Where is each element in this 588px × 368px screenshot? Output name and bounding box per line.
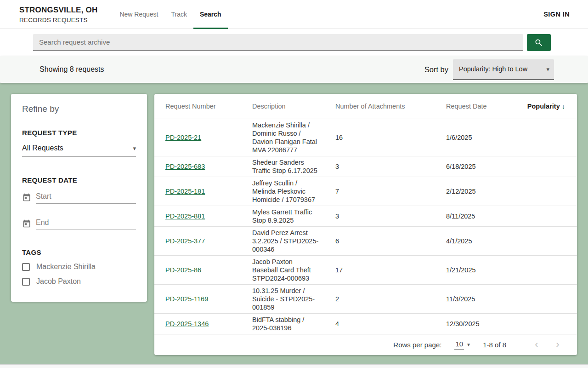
table-row: PD-2025-377 David Perez Arrest 3.2.2025 … — [154, 226, 577, 255]
request-date: 6/18/2025 — [446, 156, 522, 177]
primary-nav: New Request Track Search — [113, 0, 227, 29]
start-date-input[interactable] — [36, 191, 136, 204]
sort-desc-icon: ↓ — [562, 103, 565, 110]
table-row: PD-2025-881 Myles Garrett Traffic Stop 8… — [154, 206, 577, 226]
request-number-link[interactable]: PD-2025-1169 — [165, 295, 208, 303]
refine-title: Refine by — [22, 104, 136, 114]
attachment-count: 3 — [335, 206, 446, 226]
search-input[interactable] — [33, 34, 523, 51]
footer-strip — [0, 364, 588, 368]
request-number-link[interactable]: PD-2025-86 — [165, 266, 201, 274]
request-date: 1/21/2025 — [446, 255, 522, 284]
calendar-icon — [22, 193, 31, 202]
request-number-link[interactable]: PD-2025-181 — [165, 188, 205, 195]
request-description: Shedeur Sanders Traffic Stop 6.17.2025 — [252, 156, 335, 177]
column-header-description[interactable]: Description — [252, 94, 335, 119]
request-number-link[interactable]: PD-2025-683 — [165, 163, 205, 170]
request-date: 2/12/2025 — [446, 177, 522, 206]
attachment-count: 3 — [335, 156, 446, 177]
table-row: PD-2025-683 Shedeur Sanders Traffic Stop… — [154, 156, 577, 177]
request-date: 11/3/2025 — [446, 284, 522, 313]
table-header-row: Request Number Description Number of Att… — [154, 94, 577, 119]
request-number-link[interactable]: PD-2025-881 — [165, 213, 205, 220]
sort-by-group: Sort by Popularity: High to Low ▾ — [424, 59, 554, 80]
table-row: PD-2025-181 Jeffrey Scullin / Melinda Pl… — [154, 177, 577, 206]
site-brand: STRONGSVILLE, OH RECORDS REQUESTS — [19, 6, 97, 23]
chevron-down-icon: ▾ — [467, 341, 470, 348]
column-header-attachments[interactable]: Number of Attachments — [335, 94, 446, 119]
popularity-cell — [522, 206, 577, 226]
rows-per-page-value: 10 — [454, 340, 464, 350]
header: STRONGSVILLE, OH RECORDS REQUESTS New Re… — [0, 0, 588, 29]
checkbox-icon[interactable] — [22, 263, 30, 271]
tags-heading: TAGS — [22, 248, 136, 256]
results-summary-bar: Showing 8 requests Sort by Popularity: H… — [0, 56, 588, 83]
nav-item-search[interactable]: Search — [193, 0, 228, 29]
requests-table: Request Number Description Number of Att… — [154, 94, 577, 334]
request-type-value: All Requests — [22, 144, 63, 152]
pagination-range: 1-8 of 8 — [483, 341, 506, 349]
attachment-count: 4 — [335, 313, 446, 334]
rows-per-page-label: Rows per page: — [393, 341, 441, 349]
previous-page-button[interactable]: ‹ — [530, 338, 543, 351]
tag-checkbox-mackenzie-shirilla[interactable]: Mackenzie Shirilla — [22, 263, 136, 271]
popularity-cell — [522, 177, 577, 206]
tag-checkbox-jacob-paxton[interactable]: Jacob Paxton — [22, 277, 136, 286]
request-date: 12/30/2025 — [446, 313, 522, 334]
nav-item-track[interactable]: Track — [164, 0, 193, 29]
request-description: 10.31.25 Murder / Suicide - STPD2025-001… — [252, 284, 335, 313]
table-row: PD-2025-1346 BidFTA stabbing / 2025-0361… — [154, 313, 577, 334]
table-row: PD-2025-86 Jacob Paxton Baseball Card Th… — [154, 255, 577, 284]
attachment-count: 16 — [335, 119, 446, 156]
request-number-link[interactable]: PD-2025-21 — [165, 134, 201, 141]
request-description: Jeffrey Scullin / Melinda Pleskovic Homi… — [252, 177, 335, 206]
table-row: PD-2025-21 Mackenzie Shirilla / Dominic … — [154, 119, 577, 156]
popularity-cell — [522, 119, 577, 156]
refine-sidebar: Refine by REQUEST TYPE All Requests ▾ RE… — [11, 94, 147, 302]
sort-by-label: Sort by — [424, 65, 448, 74]
next-page-button[interactable]: › — [551, 338, 564, 351]
calendar-icon — [22, 219, 31, 228]
request-description: BidFTA stabbing / 2025-036196 — [252, 313, 335, 334]
request-description: David Perez Arrest 3.2.2025 / STPD2025-0… — [252, 226, 335, 255]
column-header-popularity[interactable]: Popularity↓ — [522, 94, 577, 119]
request-number-link[interactable]: PD-2025-377 — [165, 237, 205, 245]
site-title: STRONGSVILLE, OH — [19, 6, 97, 15]
checkbox-icon[interactable] — [22, 278, 30, 286]
results-card: Request Number Description Number of Att… — [154, 94, 577, 355]
request-date: 8/11/2025 — [446, 206, 522, 226]
request-type-select[interactable]: All Requests ▾ — [22, 144, 136, 157]
request-number-link[interactable]: PD-2025-1346 — [165, 320, 209, 328]
popularity-cell — [522, 284, 577, 313]
request-description: Mackenzie Shirilla / Dominic Russo / Dav… — [252, 119, 335, 156]
rows-per-page-select[interactable]: 10 ▾ — [454, 340, 470, 350]
attachment-count: 2 — [335, 284, 446, 313]
popularity-cell — [522, 255, 577, 284]
tag-label: Mackenzie Shirilla — [36, 263, 96, 271]
column-header-request-number[interactable]: Request Number — [154, 94, 252, 119]
search-bar-section — [0, 29, 588, 56]
chevron-down-icon: ▾ — [546, 66, 549, 73]
attachment-count: 6 — [335, 226, 446, 255]
tag-label: Jacob Paxton — [36, 277, 81, 286]
start-date-field — [22, 191, 136, 204]
popularity-cell — [522, 313, 577, 334]
request-date: 4/1/2025 — [446, 226, 522, 255]
pagination-bar: Rows per page: 10 ▾ 1-8 of 8 ‹ › — [154, 334, 577, 356]
request-description: Jacob Paxton Baseball Card Theft STPD202… — [252, 255, 335, 284]
attachment-count: 17 — [335, 255, 446, 284]
request-date-heading: REQUEST DATE — [22, 176, 136, 184]
records-request-app: STRONGSVILLE, OH RECORDS REQUESTS New Re… — [0, 0, 588, 368]
nav-item-new-request[interactable]: New Request — [113, 0, 164, 29]
attachment-count: 7 — [335, 177, 446, 206]
column-header-request-date[interactable]: Request Date — [446, 94, 522, 119]
site-subtitle: RECORDS REQUESTS — [19, 17, 97, 23]
sort-by-select[interactable]: Popularity: High to Low ▾ — [453, 59, 554, 80]
chevron-down-icon: ▾ — [133, 145, 136, 152]
request-date: 1/6/2025 — [446, 119, 522, 156]
end-date-input[interactable] — [36, 218, 136, 230]
search-icon — [534, 38, 543, 47]
search-button[interactable] — [527, 34, 551, 51]
table-row: PD-2025-1169 10.31.25 Murder / Suicide -… — [154, 284, 577, 313]
sign-in-button[interactable]: SIGN IN — [543, 11, 570, 18]
